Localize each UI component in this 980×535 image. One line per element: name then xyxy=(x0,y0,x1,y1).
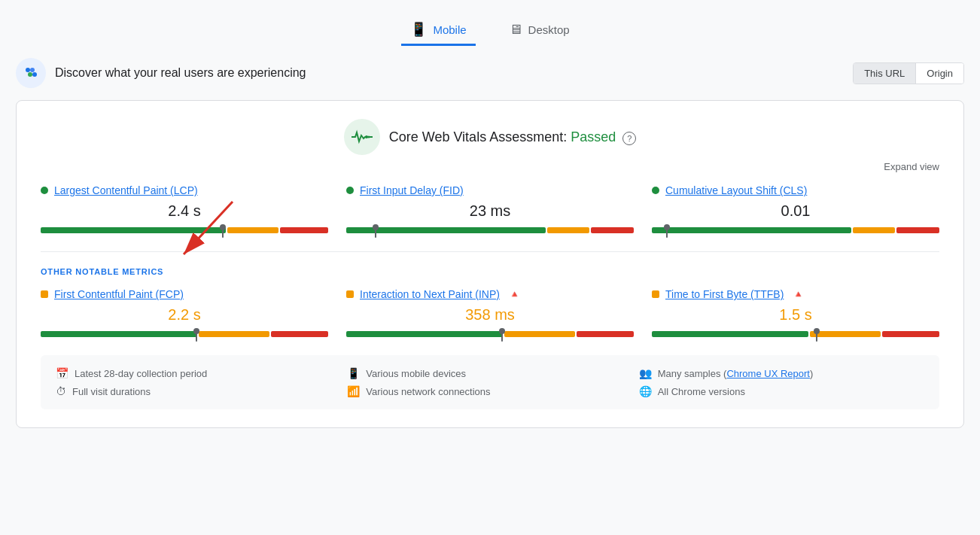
this-url-button[interactable]: This URL xyxy=(854,63,916,84)
mobile-icon: 📱 xyxy=(410,21,427,38)
cwv-status: Passed xyxy=(571,129,616,144)
network-icon: 📶 xyxy=(347,385,360,397)
fcp-bar xyxy=(41,331,328,337)
svg-point-3 xyxy=(32,72,37,77)
header-left: Discover what your real users are experi… xyxy=(16,58,306,88)
fid-bar-orange xyxy=(547,227,590,233)
mobile-devices-icon: 📱 xyxy=(347,367,360,379)
inp-value: 358 ms xyxy=(346,306,634,324)
ttfb-bar-green xyxy=(652,331,808,337)
metric-inp: Interaction to Next Paint (INP) 🔺 358 ms xyxy=(346,288,634,337)
core-metrics-grid: Largest Contentful Paint (LCP) 2.4 s xyxy=(41,184,939,233)
users-icon: 👥 xyxy=(639,367,652,379)
cwv-header: Core Web Vitals Assessment: Passed ? xyxy=(41,119,939,155)
ttfb-value: 1.5 s xyxy=(652,306,939,324)
footer-duration-text: Full visit durations xyxy=(72,386,151,397)
fcp-bar-indicator xyxy=(196,331,197,342)
cwv-help-icon[interactable]: ? xyxy=(622,132,636,145)
inp-bar-orange xyxy=(504,331,576,337)
inp-name[interactable]: Interaction to Next Paint (INP) xyxy=(360,288,500,300)
inp-bar-green xyxy=(346,331,503,337)
expand-view-link[interactable]: Expand view xyxy=(884,161,939,172)
tab-mobile[interactable]: 📱 Mobile xyxy=(401,15,475,46)
ttfb-dot xyxy=(652,290,659,298)
footer-network-text: Various network connections xyxy=(366,386,490,397)
ttfb-bar-orange xyxy=(810,331,881,337)
footer-item-collection: 📅 Latest 28-day collection period xyxy=(56,367,341,379)
tabs-bar: 📱 Mobile 🖥 Desktop xyxy=(16,15,964,46)
lcp-label-row: Largest Contentful Paint (LCP) xyxy=(41,184,328,196)
cls-name[interactable]: Cumulative Layout Shift (CLS) xyxy=(665,184,807,196)
lcp-bar xyxy=(41,227,328,233)
footer-item-duration: ⏱ Full visit durations xyxy=(56,385,341,397)
footer-item-chrome: 🌐 All Chrome versions xyxy=(639,385,924,397)
svg-point-0 xyxy=(26,68,30,72)
inp-dot xyxy=(346,290,354,298)
ttfb-label-row: Time to First Byte (TTFB) 🔺 xyxy=(652,288,939,300)
fid-name[interactable]: First Input Delay (FID) xyxy=(360,184,464,196)
footer-item-samples: 👥 Many samples (Chrome UX Report) xyxy=(639,367,924,379)
ttfb-bar-red xyxy=(882,331,939,337)
fid-dot xyxy=(346,187,354,194)
url-origin-toggle: This URL Origin xyxy=(853,62,964,84)
fid-bar-indicator xyxy=(375,227,376,238)
metric-cls: Cumulative Layout Shift (CLS) 0.01 xyxy=(652,184,939,233)
svg-point-5 xyxy=(367,136,370,138)
lcp-value: 2.4 s xyxy=(41,202,328,220)
cls-bar xyxy=(652,227,939,233)
fid-value: 23 ms xyxy=(346,202,634,220)
header-title: Discover what your real users are experi… xyxy=(55,66,306,80)
inp-bar xyxy=(346,331,634,337)
svg-point-1 xyxy=(30,68,35,72)
lcp-name[interactable]: Largest Contentful Paint (LCP) xyxy=(54,184,198,196)
cls-bar-orange xyxy=(853,227,896,233)
page-wrapper: 📱 Mobile 🖥 Desktop Discover what your re… xyxy=(16,15,964,428)
section-divider xyxy=(41,251,939,252)
lcp-bar-green xyxy=(41,227,226,233)
expand-view-row: Expand view xyxy=(41,161,939,172)
fcp-bar-orange xyxy=(199,331,270,337)
chrome-icon: 🌐 xyxy=(639,385,652,397)
header-row: Discover what your real users are experi… xyxy=(16,58,964,88)
footer-samples-text: Many samples (Chrome UX Report) xyxy=(658,368,814,379)
footer-chrome-text: All Chrome versions xyxy=(658,386,745,397)
tab-desktop[interactable]: 🖥 Desktop xyxy=(500,15,579,46)
chrome-ux-report-link[interactable]: Chrome UX Report xyxy=(726,368,810,379)
metric-lcp: Largest Contentful Paint (LCP) 2.4 s xyxy=(41,184,328,233)
ttfb-bar-indicator xyxy=(816,331,817,342)
origin-button[interactable]: Origin xyxy=(916,63,963,84)
fcp-name[interactable]: First Contentful Paint (FCP) xyxy=(54,288,184,300)
metric-ttfb: Time to First Byte (TTFB) 🔺 1.5 s xyxy=(652,288,939,337)
other-metrics-grid: First Contentful Paint (FCP) 2.2 s Inter… xyxy=(41,288,939,337)
timer-icon: ⏱ xyxy=(56,385,66,397)
svg-point-2 xyxy=(28,72,32,77)
lcp-bar-orange xyxy=(227,227,278,233)
inp-flag-icon: 🔺 xyxy=(509,289,520,299)
tab-mobile-label: Mobile xyxy=(433,23,466,36)
footer-info: 📅 Latest 28-day collection period 📱 Vari… xyxy=(41,355,939,409)
avatar xyxy=(16,58,46,88)
cls-bar-indicator xyxy=(666,227,668,238)
cwv-icon xyxy=(344,119,380,155)
inp-bar-indicator xyxy=(501,331,503,342)
ttfb-name[interactable]: Time to First Byte (TTFB) xyxy=(665,288,784,300)
fcp-dot xyxy=(41,290,48,298)
fid-bar-red xyxy=(591,227,634,233)
fcp-value: 2.2 s xyxy=(41,306,328,324)
lcp-bar-indicator xyxy=(222,227,224,238)
fcp-bar-red xyxy=(271,331,328,337)
footer-item-network: 📶 Various network connections xyxy=(347,385,632,397)
ttfb-bar xyxy=(652,331,939,337)
lcp-dot xyxy=(41,187,48,194)
fcp-label-row: First Contentful Paint (FCP) xyxy=(41,288,328,300)
lcp-bar-red xyxy=(280,227,328,233)
ttfb-flag-icon: 🔺 xyxy=(793,289,804,299)
footer-devices-text: Various mobile devices xyxy=(366,368,466,379)
cls-bar-green xyxy=(652,227,851,233)
inp-label-row: Interaction to Next Paint (INP) 🔺 xyxy=(346,288,634,300)
fid-label-row: First Input Delay (FID) xyxy=(346,184,634,196)
cls-bar-red xyxy=(896,227,939,233)
tab-desktop-label: Desktop xyxy=(528,23,570,36)
fid-bar xyxy=(346,227,634,233)
cls-label-row: Cumulative Layout Shift (CLS) xyxy=(652,184,939,196)
